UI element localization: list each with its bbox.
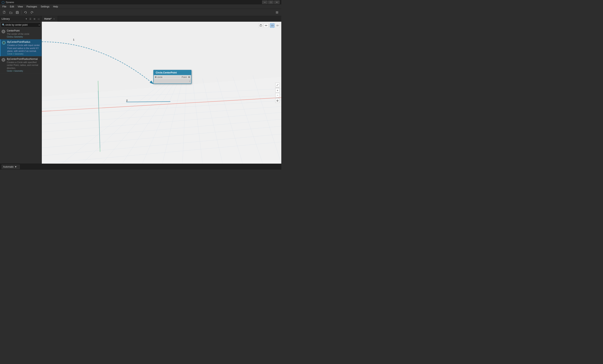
main-layout: Library ▼ ☰ ⊞ ◁ 🔍 × CenterPoint [0, 16, 281, 164]
library-items: CenterPoint The center of the circle Cir… [0, 28, 42, 164]
svg-line-28 [42, 106, 281, 124]
svg-line-14 [82, 83, 166, 164]
search-clear-button[interactable]: × [38, 23, 40, 26]
tab-home-close[interactable]: × [53, 17, 55, 20]
svg-line-16 [122, 83, 174, 164]
centerpoint-content: CenterPoint The center of the circle Cir… [7, 29, 40, 38]
new-button[interactable] [2, 10, 7, 15]
bycenterradiusnormal-tags: Circle + Geometry [7, 70, 40, 72]
centerpoint-desc: The center of the circle [7, 33, 40, 35]
svg-line-34 [42, 98, 281, 111]
library-item-bycenterradius[interactable]: ByCenterPointRadius Creates a Circle wit… [0, 39, 42, 56]
app-icon: ◯ [2, 1, 5, 4]
centerpoint-tag-geometry: Geometry [14, 36, 23, 38]
svg-point-40 [260, 25, 261, 26]
maximize-button[interactable]: □ [268, 0, 274, 4]
svg-point-9 [3, 60, 4, 60]
bycenterradiusnormal-tag-circle: Circle [7, 70, 12, 72]
bycenterradiusnormal-icon [2, 58, 5, 62]
svg-line-18 [162, 80, 183, 164]
bycenterradius-name: ByCenterPointRadius [7, 41, 40, 43]
menu-packages[interactable]: Packages [25, 5, 39, 8]
svg-line-26 [42, 95, 281, 108]
redo-button[interactable] [29, 10, 35, 15]
fit-view-button[interactable]: ⤢ [275, 83, 280, 87]
tab-home[interactable]: Home* × [42, 16, 58, 22]
tab-home-label: Home* [44, 17, 52, 20]
svg-line-32 [42, 134, 281, 156]
canvas-area[interactable]: 1 2 Circle.CenterPoint circle Point l [42, 22, 281, 164]
svg-marker-12 [42, 77, 281, 164]
filter-icon[interactable]: ▼ [25, 17, 28, 21]
zoom-separator-2 [275, 98, 280, 98]
canvas-toolbar-separator [269, 24, 269, 27]
connection-label-2: 2 [126, 99, 128, 102]
sidebar-header: Library ▼ ☰ ⊞ ◁ [0, 16, 42, 22]
undo-button[interactable] [23, 10, 28, 15]
titlebar-left: ◯ Dynamo [2, 1, 14, 4]
close-button[interactable]: × [274, 0, 280, 4]
svg-line-20 [193, 79, 203, 164]
bycenterradiusnormal-content: ByCenterPointRadiusNormal Creates a Circ… [7, 58, 40, 72]
node-body: circle Point [154, 75, 191, 79]
svg-line-29 [42, 112, 281, 132]
zoom-in-button[interactable]: + [275, 88, 280, 93]
list-icon[interactable]: ☰ [29, 17, 32, 21]
svg-line-19 [183, 80, 186, 164]
recenter-button[interactable]: ⊕ [275, 98, 280, 103]
grid-icon[interactable]: ⊞ [33, 17, 36, 21]
svg-point-5 [3, 31, 4, 32]
status-mode-dropdown[interactable]: Automatic ▼ [2, 165, 20, 169]
node-footer: l [154, 79, 191, 84]
tab-bar: Home* × [42, 16, 281, 22]
camera-button[interactable] [259, 23, 263, 28]
node-header: Circle.CenterPoint [154, 70, 191, 75]
grid-view-button[interactable]: ⊞ [274, 10, 280, 15]
menu-help[interactable]: Help [51, 5, 60, 8]
node-footer-value: l [189, 80, 190, 83]
svg-line-15 [102, 83, 170, 164]
expand-icon[interactable]: ◁ [37, 17, 40, 21]
open-button[interactable] [8, 10, 14, 15]
menu-edit[interactable]: Edit [8, 5, 16, 8]
view-3d-button[interactable]: 3D [275, 23, 280, 28]
svg-line-35 [98, 81, 100, 152]
svg-point-42 [266, 25, 267, 26]
svg-point-7 [4, 43, 4, 43]
search-input[interactable] [1, 22, 41, 27]
centerpoint-tag-circle: Circle [7, 36, 12, 38]
toolbar: ⊞ [0, 9, 281, 16]
svg-line-30 [42, 119, 281, 140]
node-output-label: Point [182, 76, 187, 78]
menu-file[interactable]: File [1, 5, 8, 8]
canvas-toolbar: 2D 3D [259, 23, 280, 28]
svg-line-17 [142, 81, 178, 164]
toolbar-separator-1 [21, 11, 22, 14]
view-button[interactable] [264, 23, 268, 28]
sidebar: Library ▼ ☰ ⊞ ◁ 🔍 × CenterPoint [0, 16, 42, 164]
minimize-button[interactable]: ─ [262, 0, 268, 4]
svg-rect-39 [260, 25, 262, 26]
svg-line-13 [62, 83, 162, 164]
svg-line-22 [217, 77, 243, 164]
sidebar-icons: ▼ ☰ ⊞ ◁ [25, 17, 40, 21]
sidebar-title: Library [2, 17, 10, 20]
zoom-out-button[interactable]: − [275, 93, 280, 97]
grid-background [42, 22, 281, 164]
node-circle-centerpoint[interactable]: Circle.CenterPoint circle Point l [153, 70, 191, 84]
svg-rect-11 [42, 22, 281, 164]
save-button[interactable] [14, 10, 20, 15]
status-dropdown-arrow: ▼ [14, 165, 17, 168]
menu-settings[interactable]: Settings [39, 5, 51, 8]
library-item-centerpoint[interactable]: CenterPoint The center of the circle Cir… [0, 28, 42, 39]
menu-view[interactable]: View [16, 5, 24, 8]
node-port-output[interactable] [188, 76, 190, 78]
node-port-input[interactable] [155, 76, 157, 78]
menubar: File Edit View Packages Settings Help [0, 4, 281, 9]
library-item-bycenterradiusnormal[interactable]: ByCenterPointRadiusNormal Creates a Circ… [0, 56, 42, 74]
svg-line-23 [233, 77, 263, 164]
svg-line-27 [42, 100, 281, 116]
titlebar-controls: ─ □ × [262, 0, 280, 4]
view-2d-button[interactable]: 2D [270, 23, 275, 28]
zoom-controls: ⤢ + − ⊕ [275, 83, 280, 103]
